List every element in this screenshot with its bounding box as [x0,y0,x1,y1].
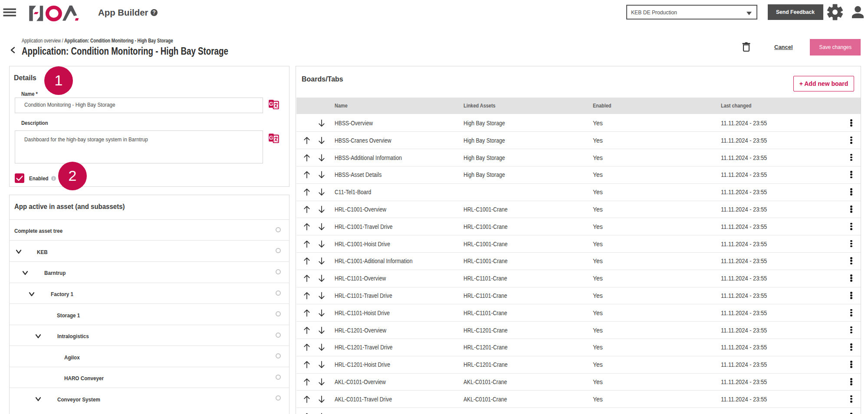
svg-text:G: G [269,101,273,107]
svg-text:G: G [269,135,273,141]
